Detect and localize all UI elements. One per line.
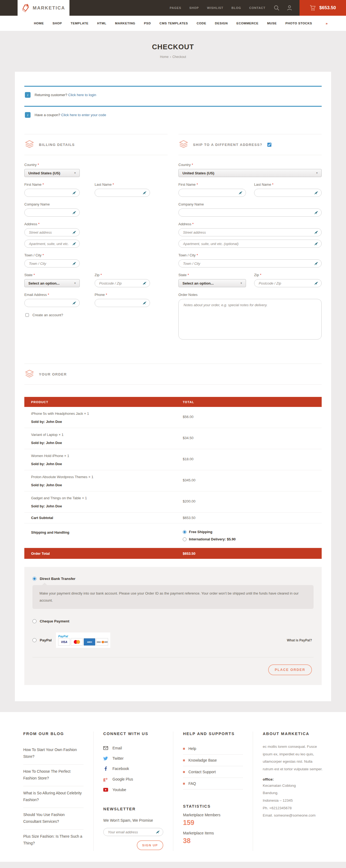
create-account-label: Create an account? <box>32 313 63 317</box>
blog-post-link[interactable]: Plus Size Fashion: Is There Such a Thing… <box>23 830 83 851</box>
free-shipping-radio[interactable] <box>183 530 186 534</box>
autofill-gazelle-icon <box>314 261 319 265</box>
order-table: PRODUCT TOTAL iPhone 5s with Headphones … <box>24 397 322 559</box>
billing-address1-input[interactable] <box>24 228 80 236</box>
stat-label: Marketplace Items <box>183 831 243 835</box>
mainnav-marketing[interactable]: MARKETING <box>115 22 135 25</box>
select-arrow-icon: ▼ <box>74 172 76 174</box>
newsletter-signup-button[interactable]: SIGN UP <box>137 840 163 850</box>
billing-last-name-input[interactable] <box>95 189 150 197</box>
brand-logo[interactable]: MARKETICA <box>18 0 69 16</box>
billing-country-select[interactable]: United States (US)▼ <box>24 169 80 177</box>
shipping-zip-input[interactable] <box>254 279 322 287</box>
ship-different-address-checkbox[interactable] <box>267 143 271 147</box>
stat-value: 38 <box>183 837 243 845</box>
shipping-country-select[interactable]: United States (US)▼ <box>178 169 322 177</box>
mainnav-code[interactable]: CODE <box>197 22 206 25</box>
social-link-google-plus[interactable]: g+ Google Plus <box>103 774 163 785</box>
billing-state-select[interactable]: Select an option...▼ <box>24 279 80 287</box>
billing-address2-input[interactable] <box>24 240 80 248</box>
cart-button[interactable]: $653.50 <box>300 0 346 16</box>
payment-method-paypal[interactable]: PayPal PayPal VISA AMEX DISCVER What is … <box>32 632 314 648</box>
page-title: CHECKOUT <box>0 43 346 51</box>
help-link[interactable]: Help <box>183 743 243 754</box>
place-order-button[interactable]: PLACE ORDER <box>268 664 312 675</box>
topnav-wishlist[interactable]: WISHLIST <box>207 6 223 9</box>
site-header: MARKETICA PAGES SHOP WISHLIST BLOG CONTA… <box>0 0 346 16</box>
mainnav-home[interactable]: HOME <box>34 22 44 25</box>
first-name-label: First Name * <box>24 183 80 187</box>
mainnav-cms-templates[interactable]: CMS TEMPLATES <box>160 22 188 25</box>
help-link[interactable]: FAQ <box>183 778 243 789</box>
social-link-facebook[interactable]: Facebook <box>103 764 163 774</box>
breadcrumb-home[interactable]: Home <box>160 55 169 59</box>
autofill-gazelle-icon <box>72 261 77 265</box>
billing-phone-input[interactable] <box>95 299 150 307</box>
order-total-value: $653.50 <box>183 552 196 556</box>
shipping-option-international[interactable]: International Delivery: $5.90 <box>183 537 236 541</box>
topnav-blog[interactable]: BLOG <box>231 6 241 9</box>
shipping-address2-input[interactable] <box>178 240 322 248</box>
international-delivery-radio[interactable] <box>183 537 186 541</box>
payment-divider <box>32 657 314 657</box>
coupon-link[interactable]: Click here to enter your code <box>61 113 106 117</box>
mainnav-design[interactable]: DESIGN <box>215 22 228 25</box>
paypal-logo: PayPal <box>58 634 68 638</box>
mainnav-photo-stocks[interactable]: PHOTO STOCKS <box>285 22 312 25</box>
select-arrow-icon: ▼ <box>74 282 76 284</box>
create-account-checkbox[interactable] <box>25 313 29 317</box>
billing-first-name-input[interactable] <box>24 189 80 197</box>
product-total: $34.50 <box>183 433 194 445</box>
order-notes-textarea[interactable] <box>178 299 322 340</box>
blog-post-link[interactable]: How To Start Your Own Fashion Store? <box>23 743 83 765</box>
shipping-address1-input[interactable] <box>178 228 322 236</box>
shipping-state-select[interactable]: Select an option...▼ <box>178 279 246 287</box>
paypal-radio[interactable] <box>32 638 36 642</box>
product-total: $18.00 <box>183 454 194 466</box>
payment-method-bank-transfer[interactable]: Direct Bank Transfer <box>32 577 314 581</box>
billing-town-input[interactable] <box>24 259 80 268</box>
cheque-payment-radio[interactable] <box>32 619 36 623</box>
billing-zip-input[interactable] <box>95 279 150 287</box>
payment-method-cheque[interactable]: Cheque Payment <box>32 619 314 623</box>
nav-more-chevron-icon[interactable]: » <box>326 21 327 26</box>
topnav-pages[interactable]: PAGES <box>170 6 181 9</box>
shipping-company-input[interactable] <box>178 209 322 217</box>
user-icon[interactable] <box>286 5 292 11</box>
bank-transfer-radio[interactable] <box>32 577 36 581</box>
mainnav-shop[interactable]: SHOP <box>53 22 62 25</box>
statistics-title: STATISTICS <box>183 804 243 808</box>
login-link[interactable]: Click here to login <box>68 93 96 97</box>
mainnav-ecommerce[interactable]: ECOMMERCE <box>237 22 258 25</box>
zip-label: Zip * <box>254 273 322 277</box>
last-name-label: Last Name * <box>95 183 150 187</box>
address-line: Bandung. <box>263 789 323 797</box>
mainnav-template[interactable]: TEMPLATE <box>71 22 89 25</box>
mainnav-muse[interactable]: MUSE <box>267 22 277 25</box>
shipping-option-free[interactable]: Free Shipping <box>183 530 236 534</box>
autofill-gazelle-icon <box>314 242 319 246</box>
social-link-email[interactable]: Email <box>103 743 163 753</box>
breadcrumb-current: Checkout <box>172 55 186 59</box>
shipping-last-name-input[interactable] <box>254 189 322 197</box>
what-is-paypal-link[interactable]: What is PayPal? <box>287 639 312 642</box>
shipping-first-name-input[interactable] <box>178 189 246 197</box>
billing-company-input[interactable] <box>24 209 80 217</box>
blog-post-link[interactable]: What is So Alluring About Celebrity Fash… <box>23 786 83 808</box>
help-link[interactable]: Knowladge Base <box>183 754 243 766</box>
search-icon[interactable] <box>274 5 279 11</box>
newsletter-email-input[interactable] <box>103 828 163 836</box>
social-link-twitter[interactable]: Twitter <box>103 753 163 764</box>
billing-email-input[interactable] <box>24 299 80 307</box>
blog-post-link[interactable]: Should You Use Fashion Consultant Servic… <box>23 808 83 830</box>
topnav-shop[interactable]: SHOP <box>189 6 199 9</box>
billing-section: BILLING DETAILS Country * United States … <box>24 134 168 346</box>
mainnav-html[interactable]: HTML <box>97 22 106 25</box>
help-link[interactable]: Contact Support <box>183 766 243 778</box>
blog-post-link[interactable]: How To Choose The Perfect Fashion Store? <box>23 765 83 786</box>
shipping-town-input[interactable] <box>178 259 322 268</box>
layers-icon <box>178 140 189 149</box>
mainnav-psd[interactable]: PSD <box>144 22 151 25</box>
topnav-contact[interactable]: CONTACT <box>249 6 266 9</box>
social-link-youtube[interactable]: Youtube <box>103 785 163 795</box>
